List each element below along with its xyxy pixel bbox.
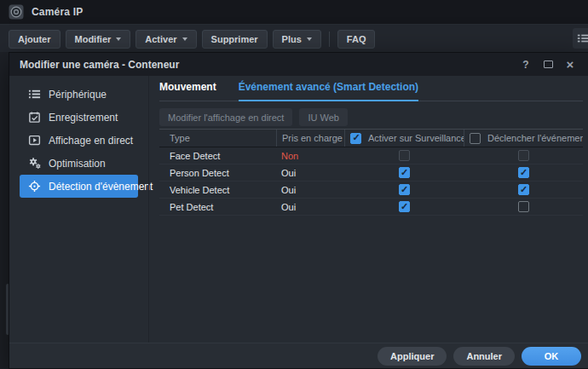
gears-icon [28, 157, 41, 170]
dropdown-caret-icon [116, 37, 121, 41]
edit-live-view-button[interactable]: Modifier l'affichage en direct [159, 108, 292, 126]
table-row-face-detect: Face Detect Non [159, 147, 583, 164]
activate-button[interactable]: Activer [135, 30, 196, 49]
list-view-icon [577, 32, 588, 44]
dropdown-caret-icon [182, 37, 187, 41]
activate-checkbox[interactable] [399, 184, 410, 195]
sidebar-item-label: Détection d'évènement [49, 181, 153, 193]
sidebar-item-label: Optimisation [49, 158, 106, 170]
tab-bar: Mouvement Événement avancé (Smart Detect… [159, 76, 583, 101]
add-button[interactable]: Ajouter [9, 30, 61, 49]
trigger-checkbox[interactable] [518, 201, 529, 212]
more-button[interactable]: Plus [273, 30, 321, 49]
faq-button[interactable]: FAQ [337, 30, 376, 49]
delete-button-label: Supprimer [211, 34, 258, 44]
live-view-icon [28, 134, 41, 147]
device-list-icon [28, 88, 41, 101]
supported-value: Oui [276, 185, 344, 195]
sidebar-item-label: Enregistrement [49, 112, 118, 124]
detection-table: Type Pris en charge Activer sur Surveill… [159, 129, 583, 216]
table-row-vehicle-detect: Vehicle Detect Oui [159, 182, 583, 199]
column-label: Déclencher l'événement M... [487, 133, 583, 143]
trigger-checkbox[interactable] [518, 167, 529, 178]
background-page [0, 52, 9, 369]
web-ui-button[interactable]: IU Web [299, 108, 347, 126]
toolbar-divider [329, 32, 330, 47]
supported-value: Oui [276, 202, 344, 212]
table-row-person-detect: Person Detect Oui [159, 164, 583, 182]
column-header-trigger: Déclencher l'événement M... [464, 130, 583, 147]
detection-type: Vehicle Detect [159, 185, 276, 195]
action-bar: Modifier l'affichage en direct IU Web [159, 108, 588, 126]
calendar-check-icon [28, 111, 41, 124]
sidebar-item-label: Affichage en direct [49, 135, 133, 147]
more-button-label: Plus [282, 34, 302, 44]
target-icon [28, 180, 41, 193]
trigger-checkbox[interactable] [518, 184, 529, 195]
maximize-glyph [544, 61, 553, 68]
table-header-row: Type Pris en charge Activer sur Surveill… [159, 129, 583, 147]
sidebar-item-detection-evenement[interactable]: Détection d'évènement [20, 175, 138, 198]
delete-button[interactable]: Supprimer [202, 30, 268, 49]
add-button-label: Ajouter [18, 34, 51, 44]
table-row-pet-detect: Pet Detect Oui [159, 199, 583, 216]
supported-value: Oui [276, 168, 344, 178]
apply-button[interactable]: Appliquer [378, 347, 447, 366]
select-all-activate-checkbox[interactable] [350, 133, 361, 144]
sidebar-item-peripherique[interactable]: Périphérique [20, 83, 138, 106]
column-header-activate: Activer sur Surveillance St... [344, 130, 464, 147]
column-label: Type [170, 133, 190, 143]
faq-button-label: FAQ [347, 34, 366, 44]
maximize-icon[interactable] [539, 56, 556, 73]
dialog-content: Mouvement Événement avancé (Smart Detect… [148, 76, 588, 343]
app-title: Caméra IP [32, 6, 84, 18]
column-header-supported: Pris en charge [276, 130, 344, 147]
detection-type: Face Detect [159, 151, 276, 161]
cancel-button[interactable]: Annuler [453, 347, 515, 366]
dialog-footer: Appliquer Annuler OK [9, 343, 588, 368]
tab-evenement-avance[interactable]: Événement avancé (Smart Detection) [239, 81, 418, 101]
detection-type: Pet Detect [159, 202, 276, 212]
supported-value: Non [276, 151, 344, 161]
window-titlebar: Caméra IP [0, 0, 588, 24]
tab-mouvement[interactable]: Mouvement [159, 81, 216, 101]
dialog-title: Modifier une caméra - Conteneur [20, 59, 512, 71]
camera-app-icon [9, 4, 24, 20]
trigger-checkbox [518, 150, 529, 161]
edit-camera-dialog: Modifier une caméra - Conteneur ? × Péri… [9, 52, 588, 369]
select-all-trigger-checkbox[interactable] [470, 133, 481, 144]
dropdown-caret-icon [307, 37, 312, 41]
column-header-type: Type [159, 130, 276, 147]
modify-button-label: Modifier [75, 34, 112, 44]
activate-button-label: Activer [145, 34, 176, 44]
dialog-body: Périphérique Enregistrement Affichage en… [9, 76, 588, 343]
ok-button[interactable]: OK [522, 347, 581, 366]
sidebar-item-label: Périphérique [49, 89, 107, 101]
activate-checkbox[interactable] [399, 201, 410, 212]
sidebar-item-optimisation[interactable]: Optimisation [20, 152, 138, 175]
main-toolbar: Ajouter Modifier Activer Supprimer Plus … [0, 24, 588, 53]
modify-button[interactable]: Modifier [66, 30, 131, 49]
column-label: Activer sur Surveillance St... [368, 133, 464, 143]
sidebar-item-affichage-en-direct[interactable]: Affichage en direct [20, 129, 138, 152]
sidebar-item-enregistrement[interactable]: Enregistrement [20, 106, 138, 129]
help-icon[interactable]: ? [517, 56, 534, 73]
column-label: Pris en charge [282, 133, 343, 143]
close-icon[interactable]: × [562, 56, 579, 73]
detection-type: Person Detect [159, 168, 276, 178]
dialog-header: Modifier une caméra - Conteneur ? × [9, 53, 588, 76]
activate-checkbox[interactable] [399, 167, 410, 178]
list-view-button[interactable] [573, 28, 588, 49]
dialog-sidebar: Périphérique Enregistrement Affichage en… [9, 76, 148, 343]
activate-checkbox [399, 150, 410, 161]
